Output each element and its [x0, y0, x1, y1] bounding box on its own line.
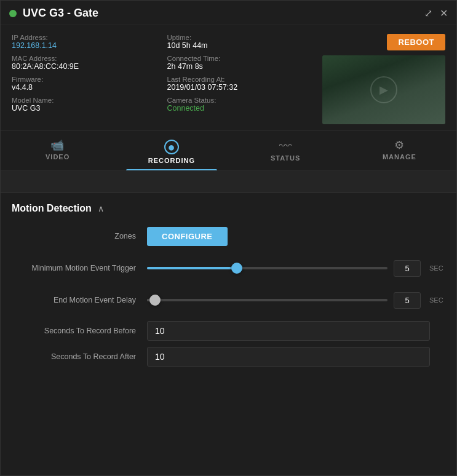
- zones-label: Zones: [12, 232, 147, 240]
- partial-row: [1, 171, 456, 193]
- camera-status-row: Camera Status: Connected: [167, 97, 323, 113]
- configure-button[interactable]: CONFIGURE: [147, 227, 228, 246]
- seconds-after-row: Seconds To Record After: [12, 347, 445, 367]
- connected-time-label: Connected Time:: [167, 55, 323, 62]
- camera-status-label: Camera Status:: [167, 97, 323, 104]
- seconds-before-row: Seconds To Record Before: [12, 321, 445, 341]
- section-header: Motion Detection ∧: [12, 203, 445, 214]
- min-trigger-row: Minimum Motion Event Trigger 5 SEC: [12, 257, 445, 279]
- end-delay-label: End Motion Event Delay: [12, 296, 147, 304]
- min-trigger-unit: SEC: [429, 264, 445, 272]
- tab-video[interactable]: 📹 VIDEO: [1, 135, 114, 170]
- recording-tab-label: RECORDING: [148, 157, 195, 164]
- title-bar: UVC G3 - Gate ⤢ ✕: [1, 1, 456, 25]
- camera-status-value: Connected: [167, 104, 323, 113]
- end-delay-thumb[interactable]: [149, 295, 161, 306]
- mac-label: MAC Address:: [12, 55, 167, 62]
- min-trigger-label: Minimum Motion Event Trigger: [12, 264, 147, 272]
- status-tab-label: STATUS: [271, 154, 300, 162]
- min-trigger-content: 5 SEC: [147, 260, 445, 277]
- min-trigger-value[interactable]: 5: [394, 260, 421, 277]
- content-area: Motion Detection ∧ Zones CONFIGURE Minim…: [1, 171, 456, 475]
- tab-recording[interactable]: ● RECORDING: [114, 135, 228, 170]
- close-button[interactable]: ✕: [440, 7, 448, 19]
- ip-value[interactable]: 192.168.1.14: [12, 41, 167, 50]
- reboot-button[interactable]: REBOOT: [387, 34, 445, 50]
- mac-row: MAC Address: 80:2A:A8:CC:40:9E: [12, 55, 167, 71]
- window-title: UVC G3 - Gate: [23, 7, 98, 20]
- firmware-row: Firmware: v4.4.8: [12, 76, 167, 92]
- model-row: Model Name: UVC G3: [12, 97, 167, 113]
- last-recording-row: Last Recording At: 2019/01/03 07:57:32: [167, 76, 323, 92]
- min-trigger-slider-track[interactable]: [147, 267, 387, 269]
- model-value: UVC G3: [12, 104, 167, 113]
- mac-value: 80:2A:A8:CC:40:9E: [12, 62, 167, 71]
- info-left-column: IP Address: 192.168.1.14 MAC Address: 80…: [12, 34, 167, 124]
- video-tab-label: VIDEO: [46, 153, 70, 161]
- tab-manage[interactable]: ⚙ MANAGE: [343, 135, 456, 170]
- seconds-after-input[interactable]: [147, 347, 430, 367]
- last-recording-value: 2019/01/03 07:57:32: [167, 83, 323, 92]
- zones-row: Zones CONFIGURE: [12, 225, 445, 247]
- manage-tab-label: MANAGE: [383, 153, 416, 161]
- info-section: IP Address: 192.168.1.14 MAC Address: 80…: [1, 25, 456, 130]
- seconds-before-input[interactable]: [147, 321, 430, 341]
- connected-time-value: 2h 47m 8s: [167, 62, 323, 71]
- seconds-before-label: Seconds To Record Before: [12, 327, 147, 335]
- connected-time-row: Connected Time: 2h 47m 8s: [167, 55, 323, 71]
- maximize-button[interactable]: ⤢: [424, 7, 432, 19]
- end-delay-value[interactable]: 5: [394, 292, 421, 309]
- min-trigger-thumb[interactable]: [231, 263, 242, 274]
- tab-status[interactable]: 〰 STATUS: [229, 135, 343, 170]
- title-left: UVC G3 - Gate: [9, 7, 98, 20]
- collapse-icon[interactable]: ∧: [98, 204, 104, 213]
- min-trigger-fill: [147, 267, 231, 269]
- status-indicator: [9, 10, 17, 17]
- end-delay-unit: SEC: [429, 296, 445, 304]
- firmware-label: Firmware:: [12, 76, 167, 83]
- seconds-after-label: Seconds To Record After: [12, 352, 147, 361]
- model-label: Model Name:: [12, 97, 167, 104]
- recording-tab-icon: ●: [164, 140, 179, 154]
- info-right-column: REBOOT ▶: [322, 34, 445, 124]
- info-mid-column: Uptime: 10d 5h 44m Connected Time: 2h 47…: [167, 34, 323, 124]
- end-delay-content: 5 SEC: [147, 292, 445, 309]
- uptime-row: Uptime: 10d 5h 44m: [167, 34, 323, 50]
- main-window: UVC G3 - Gate ⤢ ✕ IP Address: 192.168.1.…: [0, 0, 457, 476]
- tab-bar: 📹 VIDEO ● RECORDING 〰 STATUS ⚙ MANAGE: [1, 130, 456, 171]
- ip-row: IP Address: 192.168.1.14: [12, 34, 167, 50]
- uptime-label: Uptime:: [167, 34, 323, 41]
- zones-content: CONFIGURE: [147, 227, 445, 246]
- ip-label: IP Address:: [12, 34, 167, 41]
- manage-tab-icon: ⚙: [394, 140, 405, 151]
- camera-thumbnail[interactable]: ▶: [322, 55, 445, 124]
- video-tab-icon: 📹: [50, 140, 65, 151]
- end-delay-slider-track[interactable]: [147, 299, 387, 301]
- firmware-value: v4.4.8: [12, 83, 167, 92]
- section-title: Motion Detection: [12, 203, 92, 214]
- motion-detection-section: Motion Detection ∧ Zones CONFIGURE Minim…: [1, 193, 456, 384]
- uptime-value: 10d 5h 44m: [167, 41, 323, 50]
- last-recording-label: Last Recording At:: [167, 76, 323, 83]
- title-actions: ⤢ ✕: [424, 7, 448, 19]
- end-delay-row: End Motion Event Delay 5 SEC: [12, 289, 445, 311]
- status-tab-icon: 〰: [279, 140, 292, 152]
- camera-bg: [322, 55, 445, 124]
